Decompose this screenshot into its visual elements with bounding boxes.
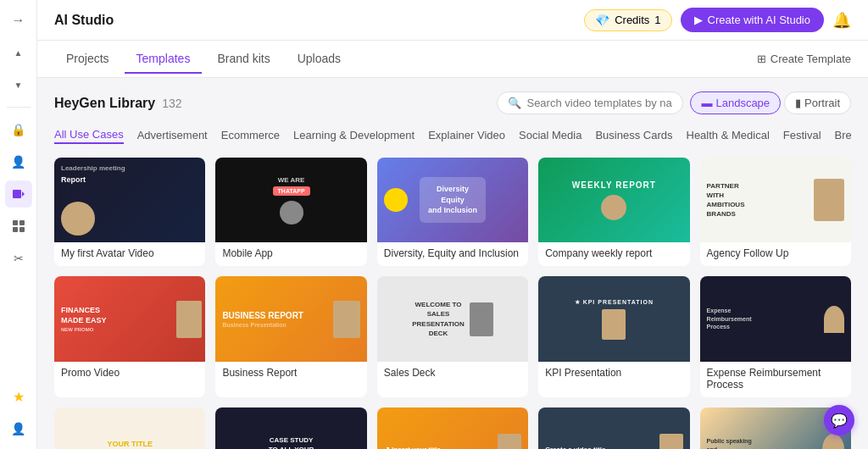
create-ai-button[interactable]: ▶ Create with AI Studio [681,8,824,32]
template-name-6: Promo Video [54,362,205,385]
sidebar-icon-grid[interactable] [5,213,32,240]
sidebar-icon-chevron-up[interactable]: ▲ [5,39,32,66]
header-right: 🔍 ▬ Landscape ▮ Portrait [497,91,851,114]
chat-button[interactable]: 💬 [824,405,854,435]
sidebar-icon-arrow[interactable]: → [5,7,32,34]
template-card-7[interactable]: BUSINESS REPORT Business Presentation Bu… [215,276,366,396]
template-card-6[interactable]: FINANCESMADE EASY NEW PROMO Promo Video [54,276,205,396]
filter-learning[interactable]: Learning & Development [293,127,415,143]
template-card-4[interactable]: WEEKLY REPORT Company weekly report [538,158,689,266]
svg-rect-4 [13,227,18,232]
portrait-icon: ▮ [795,97,801,109]
tab-templates[interactable]: Templates [125,45,203,74]
portrait-label: Portrait [804,97,840,109]
create-template-icon: ⊞ [757,53,766,65]
template-name-1: My first Avatar Video [54,242,205,266]
view-toggle: ▬ Landscape ▮ Portrait [690,91,851,114]
search-box[interactable]: 🔍 [497,91,683,114]
template-card-12[interactable]: CASE STUDYTO ALL YOURAUDIENCES [215,407,366,449]
sidebar-icon-chevron-down[interactable]: ▼ [5,71,32,98]
sidebar-icon-person[interactable]: 👤 [5,148,32,175]
filter-ecommerce[interactable]: Ecommerce [221,127,280,143]
credits-button[interactable]: 💎 Credits 1 [584,9,671,31]
template-name-8: Sales Deck [377,362,528,385]
credits-count: 1 [654,14,660,26]
landscape-icon: ▬ [701,97,712,109]
template-card-1[interactable]: Leadership meeting Report My first Avata… [54,158,205,266]
svg-rect-0 [13,190,21,198]
notification-button[interactable]: 🔔 [832,11,851,30]
template-card-10[interactable]: ExpenseReimbursementProcess Expense Reim… [700,276,851,396]
template-card-5[interactable]: PARTNERWITHAMBITIOUSBRANDS Agency Follow… [700,158,851,266]
app-title: AI Studio [54,13,114,28]
svg-marker-1 [22,191,25,197]
template-name-9: KPI Presentation [538,362,689,385]
topbar: AI Studio 💎 Credits 1 ▶ Create with AI S… [37,0,868,41]
library-count: 132 [162,97,181,110]
filter-festival[interactable]: Festival [783,127,821,143]
sidebar-icon-user[interactable]: 👤 [5,415,32,442]
filter-explainer[interactable]: Explainer Video [428,127,505,143]
sidebar-icon-star[interactable]: ★ [5,383,32,410]
create-template-label: Create Template [771,53,851,65]
credits-icon: 💎 [595,14,609,27]
tab-projects[interactable]: Projects [54,45,121,74]
landscape-toggle[interactable]: ▬ Landscape [690,91,781,114]
template-card-3[interactable]: DiversityEquityand Inclusion Diversity, … [377,158,528,266]
svg-rect-5 [19,227,25,232]
nav-tabs: Projects Templates Brand kits Uploads ⊞ … [37,41,868,78]
create-ai-icon: ▶ [694,14,703,26]
template-name-2: Mobile App [215,242,366,266]
create-ai-label: Create with AI Studio [708,14,810,26]
template-name-3: Diversity, Equity and Inclusion [377,242,528,266]
template-grid: Leadership meeting Report My first Avata… [54,158,851,449]
create-template-button[interactable]: ⊞ Create Template [757,53,851,65]
library-title: HeyGen Library [54,96,155,111]
filter-health[interactable]: Health & Medical [687,127,770,143]
svg-rect-2 [13,220,18,225]
template-card-14[interactable]: Create a video title [538,407,689,449]
sidebar-icon-lock[interactable]: 🔒 [5,116,32,143]
credits-label: Credits [615,14,649,26]
sidebar-icon-scissors[interactable]: ✂ [5,245,32,272]
landscape-label: Landscape [715,97,770,109]
filter-all[interactable]: All Use Cases [54,126,124,144]
template-name-7: Business Report [215,362,366,385]
template-card-11[interactable]: YOUR TITLEGOES HERE [54,407,205,449]
tab-uploads[interactable]: Uploads [286,45,353,74]
sidebar-icon-video[interactable] [5,180,32,208]
template-name-5: Agency Follow Up [700,242,851,266]
topbar-right: 💎 Credits 1 ▶ Create with AI Studio 🔔 [584,8,851,32]
template-card-13[interactable]: ↗ Insert your title [377,407,528,449]
template-name-4: Company weekly report [538,242,689,266]
content-area: HeyGen Library 132 🔍 ▬ Landscape ▮ Portr… [37,78,868,449]
template-card-8[interactable]: WELCOME TOSALESPRESENTATIONDECK Sales De… [377,276,528,396]
tab-brand-kits[interactable]: Brand kits [205,45,281,74]
search-icon: 🔍 [508,97,521,109]
portrait-toggle[interactable]: ▮ Portrait [784,91,851,114]
template-card-9[interactable]: ★ KPI PRESENTATION KPI Presentation [538,276,689,396]
filter-row: All Use Cases Advertisement Ecommerce Le… [54,126,851,144]
filter-advertisement[interactable]: Advertisement [137,127,208,143]
filter-business-cards[interactable]: Business Cards [595,127,672,143]
template-name-10: Expense Reimbursement Process [700,362,851,397]
nav-right: ⊞ Create Template [757,53,851,65]
main-area: AI Studio 💎 Credits 1 ▶ Create with AI S… [37,0,868,449]
sidebar: → ▲ ▼ 🔒 👤 ✂ ★ 👤 [0,0,37,449]
filter-news[interactable]: Breaking News [835,127,851,143]
library-header: HeyGen Library 132 🔍 ▬ Landscape ▮ Portr… [54,91,851,114]
template-card-2[interactable]: WE ARE THATAPP Mobile App [215,158,366,266]
svg-rect-3 [19,220,25,225]
search-input[interactable] [526,97,672,109]
filter-social[interactable]: Social Media [519,127,581,143]
